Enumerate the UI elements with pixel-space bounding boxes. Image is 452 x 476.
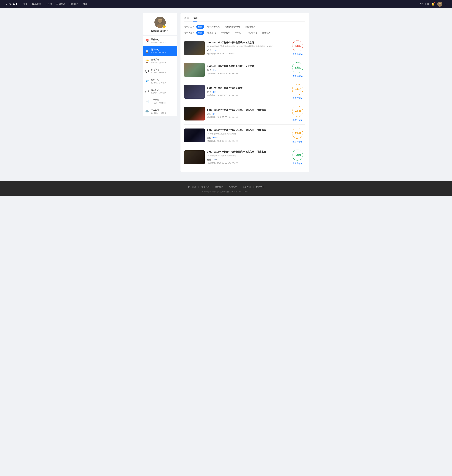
sidebar-item-cert[interactable]: 🏆 证书荣誉 收获荣誉、持证上岗 [143, 56, 177, 66]
exam-info-1: 2017–2018年行测证件考试全国统一（北京卷） 2018年行测考试是最值得多… [207, 41, 287, 55]
exam-detail-link-5[interactable]: 查看详情 ▶ [292, 140, 303, 143]
menu-text-question: 题库中心 海量习题、助力通关 [151, 48, 166, 54]
sidebar-item-question[interactable]: 📋 题库中心 海量习题、助力通关 [143, 46, 177, 56]
menu-sub-qa: 课后重温、疑难解答 [151, 71, 166, 74]
svg-rect-6 [158, 20, 163, 23]
nav-link[interactable]: 公开课 [45, 3, 52, 6]
exam-time-2: 考试时间：2019–05–03 10：09：09 [207, 72, 287, 75]
exam-right-4: 待批阅 查看详情 ▶ [290, 106, 306, 121]
footer-links: 关于我们|加盟代理|网站地图|合作伙伴|免费声明|招贤纳士 [3, 186, 449, 189]
exam-status-text-1: 未通过 [295, 44, 301, 47]
filter-status-all[interactable]: 全部 [196, 31, 204, 35]
menu-sub-question: 海量习题、助力通关 [151, 51, 166, 54]
score-num-5: 99 [213, 136, 215, 139]
exam-list: 2017–2018年行测证件考试全国统一（北京卷） 2018年行测考试是最值得多… [184, 37, 306, 168]
navbar: LOGO 首页发现课程公开课新闻资讯问答社区题库··· APP下载 🔔 ▾ [0, 0, 452, 8]
sidebar-item-order[interactable]: 📄 订单管理 订单支出、明明白白 [143, 96, 177, 106]
exam-item-1: 2017–2018年行测证件考试全国统一（北京卷） 2018年行测考试是最值得多… [184, 37, 306, 59]
exam-detail-link-6[interactable]: 查看详情 ▶ [292, 162, 303, 165]
exam-detail-link-1[interactable]: 查看详情 ▶ [292, 53, 303, 56]
menu-text-account: 账户中心 个人权益、实时掌握 [151, 78, 166, 84]
footer-link-2[interactable]: 网站地图 [213, 186, 226, 189]
nav-bell-button[interactable]: 🔔 [431, 2, 435, 6]
footer: 关于我们|加盟代理|网站地图|合作伙伴|免费声明|招贤纳士 Copyright©… [0, 181, 452, 196]
sidebar-item-setting[interactable]: ⚙️ 个人设置 个人信息、一键管理 [143, 106, 177, 116]
notification-dot [434, 2, 435, 3]
exam-score-6: 得分：25分 [207, 158, 287, 161]
exam-info-2: 2017–2018年行测证件考试全国统一（北京卷） 得分：99分 考试时间：20… [207, 65, 287, 75]
footer-link-4[interactable]: 免费声明 [240, 186, 253, 189]
menu-text-course: 课程中心 精彩课程、不容错过 [151, 38, 166, 44]
exam-thumb-1 [184, 41, 205, 55]
exam-time-1: 考试时间：2019–05–03 10:09:09 [207, 53, 287, 55]
nav-app-button[interactable]: APP下载 [420, 3, 429, 6]
sidebar-item-qa[interactable]: 💬 学习问答 课后重温、疑难解答 [143, 66, 177, 76]
filter-type-all[interactable]: 全部 [196, 25, 204, 29]
nav-link[interactable]: 题库 [83, 3, 87, 6]
exam-status-stamp-6: 已批阅 [292, 150, 303, 161]
exam-right-5: 待批阅 查看详情 ▶ [290, 128, 306, 143]
chevron-right-icon: ▶ [301, 97, 303, 99]
chevron-right-icon: ▶ [301, 141, 303, 143]
menu-text-cert: 证书荣誉 收获荣誉、持证上岗 [151, 58, 166, 64]
course-icon: 📅 [145, 39, 149, 43]
menu-text-qa: 学习问答 课后重温、疑难解答 [151, 68, 166, 74]
menu-text-order: 订单管理 订单支出、明明白白 [151, 98, 166, 104]
profile-name-row: Natalie Smith ✎ [151, 29, 169, 32]
exam-detail-link-3[interactable]: 查看详情 ▶ [292, 97, 303, 99]
exam-thumb-4 [184, 107, 205, 121]
filter-status-passed[interactable]: 已通过(2) [206, 31, 218, 35]
exam-right-2: 已通过 查看详情 ▶ [290, 62, 306, 78]
menu-sub-message: 消息通知、及时了解 [151, 92, 166, 94]
footer-link-0[interactable]: 关于我们 [185, 186, 198, 189]
exam-detail-link-2[interactable]: 查看详情 ▶ [292, 75, 303, 78]
filter-type-cert[interactable]: 证书类考试(4) [206, 25, 222, 29]
filter-status-pending-review[interactable]: 待批阅(2) [246, 31, 259, 35]
footer-copyright: Copyright© 云朵商学院 版权所有 京ICP备17051340号–1 [3, 190, 449, 193]
filter-status-failed[interactable]: 未通过(2) [219, 31, 232, 35]
exam-desc-1: 2018年行测考试是最值得多去研究 2018年行测考试是最值得多去研究 2018… [207, 45, 286, 48]
exam-score-1: 得分：25分 [207, 49, 287, 52]
nav-avatar[interactable] [437, 2, 442, 7]
footer-link-5[interactable]: 招贤纳士 [254, 186, 267, 189]
nav-chevron-icon[interactable]: ▾ [445, 3, 446, 5]
exam-title-2: 2017–2018年行测证件考试全国统一（北京卷） [207, 65, 287, 68]
filter-status-pending[interactable]: 待考试(2) [233, 31, 245, 35]
exam-thumb-2 [184, 63, 205, 77]
exam-status-stamp-2: 已通过 [292, 62, 303, 73]
exam-title-4: 2017–2018年行测证件考试全国统一（北京卷）付费批卷 [207, 109, 287, 112]
tab-exam[interactable]: 考试 [193, 17, 197, 21]
filter-type-row: 考试类型： 全部证书类考试(4)随机抽题考试(5)付费批卷(6) [184, 25, 306, 29]
chevron-right-icon: ▶ [301, 119, 303, 121]
sidebar-item-account[interactable]: 💎 账户中心 个人权益、实时掌握 [143, 76, 177, 86]
footer-link-1[interactable]: 加盟代理 [199, 186, 212, 189]
exam-detail-link-4[interactable]: 查看详情 ▶ [292, 118, 303, 121]
nav-link[interactable]: 首页 [23, 3, 28, 6]
exam-thumb-6 [184, 150, 205, 164]
sidebar-item-message[interactable]: 💭 我的消息 消息通知、及时了解 [143, 86, 177, 96]
nav-links: 首页发现课程公开课新闻资讯问答社区题库··· [23, 3, 420, 6]
order-icon: 📄 [145, 100, 149, 103]
score-num-3: 99 [213, 91, 215, 93]
filter-status-reviewed[interactable]: 已批阅(2) [260, 31, 273, 35]
message-icon: 💭 [145, 89, 149, 93]
cert-icon: 🏆 [145, 59, 149, 63]
footer-link-3[interactable]: 合作伙伴 [226, 186, 239, 189]
tab-question-bank[interactable]: 题库 [184, 17, 189, 21]
profile-edit-icon[interactable]: ✎ [167, 30, 169, 32]
sidebar-item-course[interactable]: 📅 课程中心 精彩课程、不容错过 [143, 36, 177, 46]
nav-link[interactable]: 新闻资讯 [56, 3, 65, 6]
exam-score-3: 得分：99分 [207, 91, 287, 94]
filter-type-paid[interactable]: 付费批卷(6) [243, 25, 257, 29]
filter-type-random[interactable]: 随机抽题考试(5) [223, 25, 242, 29]
exam-title-1: 2017–2018年行测证件考试全国统一（北京卷） [207, 41, 287, 44]
exam-status-stamp-3: 待考试 [292, 84, 303, 95]
exam-time-5: 考试时间：2019–05–03 10：09：09 [207, 140, 287, 143]
filter-types: 全部证书类考试(4)随机抽题考试(5)付费批卷(6) [196, 25, 257, 29]
nav-logo[interactable]: LOGO [6, 2, 17, 6]
nav-link[interactable]: 问答社区 [70, 3, 78, 6]
nav-link[interactable]: 发现课程 [32, 3, 41, 6]
filter-statuses: 全部已通过(2)未通过(2)待考试(2)待批阅(2)已批阅(2) [196, 31, 272, 35]
exam-time-4: 考试时间：2019–05–03 10：09：09 [207, 116, 287, 119]
nav-link[interactable]: ··· [92, 3, 93, 6]
